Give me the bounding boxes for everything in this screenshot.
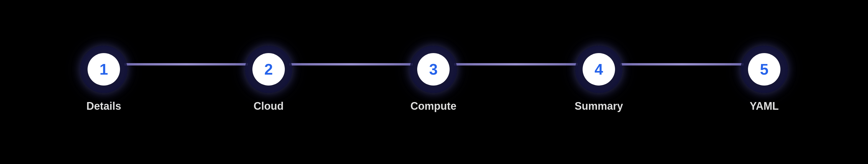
stepper: 1Details2Cloud3Compute4Summary5YAML xyxy=(80,28,788,136)
step-connector xyxy=(454,63,578,65)
step-4[interactable]: 4Summary xyxy=(575,46,623,112)
step-label-1: Details xyxy=(86,100,121,112)
step-number-1: 1 xyxy=(100,62,108,77)
step-number-5: 5 xyxy=(760,62,769,77)
step-outer-4: 4 xyxy=(575,46,622,93)
step-outer-5: 5 xyxy=(741,46,788,93)
step-label-5: YAML xyxy=(750,100,779,112)
step-circle-1: 1 xyxy=(88,53,120,85)
step-label-4: Summary xyxy=(575,100,623,112)
step-connector xyxy=(124,63,248,65)
step-circle-4: 4 xyxy=(583,53,615,85)
step-outer-1: 1 xyxy=(80,46,127,93)
step-number-3: 3 xyxy=(429,62,438,77)
step-outer-3: 3 xyxy=(410,46,457,93)
step-2[interactable]: 2Cloud xyxy=(245,46,292,112)
step-number-2: 2 xyxy=(265,62,273,77)
step-label-3: Compute xyxy=(410,100,456,112)
step-circle-3: 3 xyxy=(417,53,450,85)
step-label-2: Cloud xyxy=(253,100,284,112)
step-connector xyxy=(289,63,413,65)
step-outer-2: 2 xyxy=(245,46,292,93)
step-circle-2: 2 xyxy=(252,53,285,85)
step-5[interactable]: 5YAML xyxy=(741,46,788,112)
step-circle-5: 5 xyxy=(748,53,780,85)
step-number-4: 4 xyxy=(595,62,603,77)
step-connector xyxy=(620,63,744,65)
step-3[interactable]: 3Compute xyxy=(410,46,457,112)
step-1[interactable]: 1Details xyxy=(80,46,127,112)
